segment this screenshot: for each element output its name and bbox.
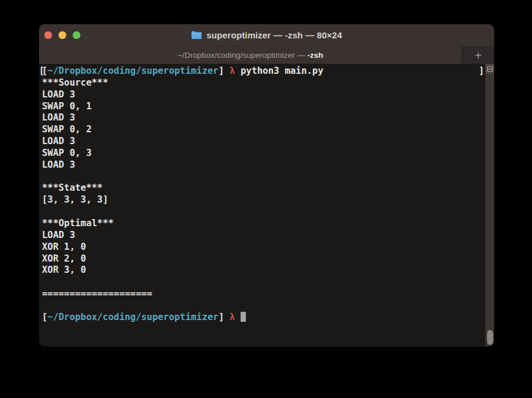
tab-active[interactable]: ~/Dropbox/coding/superoptimizer — -zsh — [39, 47, 462, 64]
plus-icon: + — [475, 50, 482, 61]
terminal-text-segment: LOAD 3 — [42, 112, 75, 123]
scrollbar-thumb[interactable] — [487, 330, 493, 345]
terminal-window: superoptimizer — -zsh — 80×24 ~/Dropbox/… — [39, 24, 494, 347]
terminal-line: LOAD 3 — [42, 89, 485, 101]
traffic-lights — [44, 24, 80, 46]
terminal-line: SWAP 0, 1 — [42, 101, 485, 113]
terminal-text-segment: ***Source*** — [42, 77, 108, 88]
zoom-button[interactable] — [73, 31, 80, 39]
terminal-text-segment: [3, 3, 3, 3] — [42, 194, 108, 205]
terminal-line — [42, 171, 485, 183]
terminal-line: [3, 3, 3, 3] — [42, 194, 485, 206]
terminal-line: [[~/Dropbox/coding/superoptimizer] λ pyt… — [42, 66, 485, 77]
terminal-text-segment: ***Optimal*** — [42, 218, 113, 229]
terminal-line: LOAD 3 — [42, 136, 485, 148]
terminal-line: XOR 1, 0 — [42, 242, 485, 253]
terminal-line: ***Source*** — [42, 77, 485, 89]
terminal-text-segment: ~/Dropbox/coding/superoptimizer — [47, 66, 218, 76]
terminal-line: XOR 3, 0 — [42, 265, 485, 276]
command-mark-open: [ — [39, 66, 44, 77]
tab-shell-label: -zsh — [307, 51, 323, 60]
folder-icon — [191, 31, 202, 40]
terminal-line — [42, 300, 485, 312]
terminal-text-segment: LOAD 3 — [42, 159, 75, 170]
tab-bar: ~/Dropbox/coding/superoptimizer — -zsh + — [39, 47, 494, 64]
terminal-text-segment: λ — [229, 312, 235, 322]
terminal-line: XOR 2, 0 — [42, 253, 485, 265]
desktop-background: superoptimizer — -zsh — 80×24 ~/Dropbox/… — [0, 0, 532, 398]
terminal-output[interactable]: [[~/Dropbox/coding/superoptimizer] λ pyt… — [39, 64, 485, 346]
close-button[interactable] — [44, 31, 52, 39]
terminal-text-segment: python3 main.py — [235, 66, 323, 76]
terminal-text-segment: LOAD 3 — [42, 230, 75, 240]
titlebar[interactable]: superoptimizer — -zsh — 80×24 — [39, 24, 494, 47]
terminal-line: LOAD 3 — [42, 112, 485, 124]
terminal-text-segment: ~/Dropbox/coding/superoptimizer — [47, 312, 218, 322]
terminal-text-segment: [ — [42, 312, 47, 322]
terminal-line: ***Optimal*** — [42, 218, 485, 230]
terminal-text-segment: SWAP 0, 3 — [42, 148, 92, 158]
terminal-text-segment — [235, 312, 241, 322]
terminal-text-segment: XOR 3, 0 — [42, 265, 86, 275]
split-pane-icon — [487, 64, 493, 74]
terminal-text-segment: SWAP 0, 2 — [42, 124, 92, 135]
terminal-line: [~/Dropbox/coding/superoptimizer] λ — [42, 312, 485, 324]
terminal-text-segment: ==================== — [42, 288, 153, 299]
window-title: superoptimizer — -zsh — 80×24 — [191, 30, 342, 40]
new-tab-button[interactable]: + — [462, 47, 494, 64]
terminal-line: LOAD 3 — [42, 159, 485, 171]
terminal-content: [[~/Dropbox/coding/superoptimizer] λ pyt… — [39, 64, 494, 346]
terminal-line — [42, 206, 485, 218]
terminal-text-segment: XOR 1, 0 — [42, 242, 86, 252]
terminal-line: SWAP 0, 3 — [42, 148, 485, 159]
minimize-button[interactable] — [59, 31, 66, 39]
terminal-line — [42, 276, 485, 288]
terminal-cursor — [241, 312, 246, 322]
command-mark-close: ] — [479, 66, 484, 77]
terminal-line: ***State*** — [42, 182, 485, 194]
terminal-text-segment: ***State*** — [42, 182, 103, 193]
terminal-text-segment: ] — [219, 312, 230, 322]
terminal-text-segment: ] — [219, 66, 230, 76]
terminal-text-segment: LOAD 3 — [42, 136, 75, 146]
window-title-text: superoptimizer — -zsh — 80×24 — [206, 30, 342, 40]
scrollbar[interactable] — [485, 64, 494, 346]
tab-path-label: ~/Dropbox/coding/superoptimizer — — [177, 51, 307, 60]
split-pane-button[interactable] — [485, 64, 494, 74]
terminal-line: LOAD 3 — [42, 230, 485, 242]
terminal-text-segment: λ — [229, 66, 235, 76]
terminal-text-segment: LOAD 3 — [42, 89, 75, 100]
terminal-line: ==================== — [42, 288, 485, 300]
terminal-text-segment: XOR 2, 0 — [42, 253, 86, 264]
terminal-line: SWAP 0, 2 — [42, 124, 485, 136]
terminal-text-segment: SWAP 0, 1 — [42, 101, 92, 112]
